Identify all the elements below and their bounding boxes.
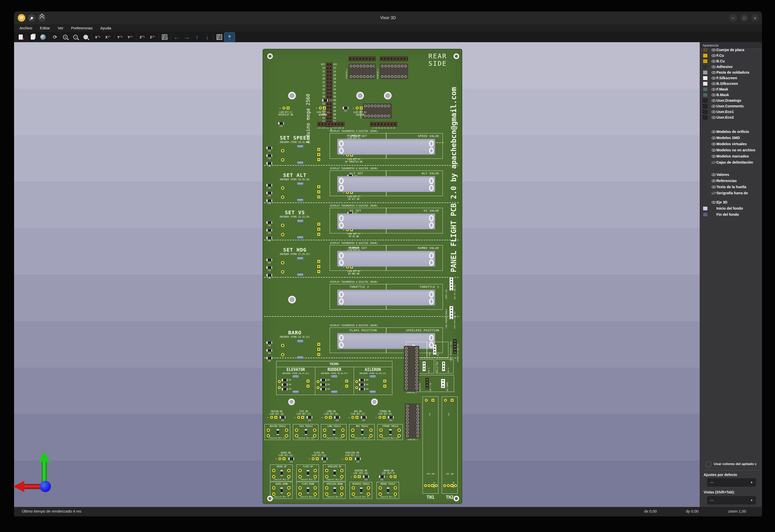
rotate-z-ccw-icon[interactable]: Z↶ bbox=[147, 33, 158, 41]
eye-icon[interactable] bbox=[712, 94, 716, 96]
row-valores[interactable]: Valores bbox=[700, 172, 762, 178]
eye-icon[interactable] bbox=[712, 137, 716, 139]
menu-ayuda[interactable]: Ayuda bbox=[96, 24, 115, 32]
layer-row-drawings[interactable]: User.Drawings bbox=[700, 98, 762, 104]
layer-swatch[interactable] bbox=[703, 98, 708, 103]
row-eje-3d[interactable]: Eje 3D bbox=[700, 200, 762, 205]
layer-row-fmask[interactable]: F.Mask bbox=[700, 87, 762, 92]
flip-board-icon[interactable]: ↪ bbox=[159, 33, 170, 41]
eye-slash-icon[interactable] bbox=[712, 192, 716, 195]
layer-swatch[interactable] bbox=[703, 82, 708, 86]
stackup-colors-checkbox[interactable] bbox=[706, 461, 711, 467]
copy-image-icon[interactable] bbox=[28, 33, 38, 41]
menu-preferencias[interactable]: Preferencias bbox=[67, 24, 96, 32]
eye-icon[interactable] bbox=[712, 82, 716, 85]
color-swatch[interactable] bbox=[703, 212, 708, 217]
row-inicio-fondo[interactable]: Inicio del fondo bbox=[700, 206, 762, 211]
layer-row-bmask[interactable]: B.Mask bbox=[700, 92, 762, 98]
eye-icon[interactable] bbox=[712, 60, 716, 63]
eye-icon[interactable] bbox=[712, 179, 716, 182]
row-cajas-delimitacion[interactable]: Cajas de delimitación bbox=[700, 160, 762, 165]
eye-icon[interactable] bbox=[712, 49, 716, 51]
layer-row-bsilk[interactable]: B.Silkscreen bbox=[700, 81, 762, 87]
row-fin-fondo[interactable]: Fin del fondo bbox=[700, 212, 762, 218]
close-button[interactable]: × bbox=[751, 14, 759, 22]
pan-left-icon[interactable]: ← bbox=[171, 33, 182, 41]
layer-row-adhesivo[interactable]: Adhesivo bbox=[700, 64, 762, 70]
led-flaps: FLAPS ON (LED BIT-12)+255 bbox=[306, 452, 332, 465]
pan-up-icon[interactable]: ↑ bbox=[192, 33, 202, 41]
eye-icon[interactable] bbox=[712, 88, 716, 91]
raytracing-icon[interactable]: ◆⌄ bbox=[225, 33, 235, 41]
layer-swatch[interactable] bbox=[703, 70, 708, 75]
menu-editar[interactable]: Editar bbox=[36, 24, 54, 32]
pad bbox=[435, 484, 438, 487]
layer-swatch[interactable] bbox=[703, 87, 708, 92]
row-texto-huella[interactable]: Texto de la huella bbox=[700, 184, 762, 190]
presets-dropdown[interactable]: ---▼ bbox=[707, 478, 756, 486]
zoom-fit-icon[interactable] bbox=[81, 33, 91, 41]
layer-swatch[interactable] bbox=[703, 115, 708, 120]
rotate-x-cw-icon[interactable]: X↷ bbox=[93, 33, 103, 41]
eye-icon[interactable] bbox=[712, 173, 716, 176]
row-serigrafia-fuera[interactable]: Serigrafía fuera de bbox=[700, 190, 762, 196]
layer-swatch[interactable] bbox=[703, 53, 708, 58]
eye-icon[interactable] bbox=[712, 143, 716, 145]
export-image-icon[interactable]: ▼ bbox=[16, 33, 26, 41]
eye-icon[interactable] bbox=[712, 99, 716, 102]
box-strobe-toggle: STROBE TOGGLE(Switch Bit-12) bbox=[377, 424, 403, 440]
eye-icon[interactable] bbox=[712, 130, 716, 133]
redraw-icon[interactable]: ⟳ bbox=[50, 33, 60, 41]
zoom-out-icon[interactable]: − bbox=[70, 33, 81, 41]
eye-icon[interactable] bbox=[712, 116, 716, 119]
row-modelos-orificio[interactable]: Modelos de orificio bbox=[700, 129, 762, 135]
render-options-icon[interactable] bbox=[38, 33, 48, 41]
rotate-y-ccw-icon[interactable]: Y↶ bbox=[125, 33, 135, 41]
layer-swatch[interactable] bbox=[703, 110, 708, 114]
menu-ver[interactable]: Ver bbox=[54, 24, 67, 32]
layer-row-cuerpo[interactable]: Cuerpo de placa bbox=[700, 47, 762, 53]
eye-icon[interactable] bbox=[712, 155, 716, 158]
layer-row-comments[interactable]: User.Comments bbox=[700, 104, 762, 109]
views-dropdown[interactable]: ---▼ bbox=[707, 496, 756, 504]
layer-row-eco1[interactable]: User.Eco1 bbox=[700, 109, 762, 115]
layer-row-eco2[interactable]: User.Eco2 bbox=[700, 115, 762, 120]
layer-swatch[interactable] bbox=[703, 65, 708, 69]
color-swatch[interactable] bbox=[703, 206, 708, 211]
eye-icon[interactable] bbox=[712, 186, 716, 188]
layer-swatch[interactable] bbox=[703, 104, 708, 108]
eye-icon[interactable] bbox=[712, 71, 716, 74]
ortho-view-icon[interactable] bbox=[214, 33, 225, 41]
eye-icon[interactable] bbox=[712, 77, 716, 80]
eye-icon[interactable] bbox=[712, 105, 716, 108]
layer-swatch[interactable] bbox=[703, 93, 708, 97]
layer-swatch[interactable] bbox=[703, 48, 708, 52]
minimize-button[interactable]: − bbox=[729, 14, 737, 22]
row-modelos-marcados[interactable]: Modelos marcados bbox=[700, 154, 762, 159]
eye-icon[interactable] bbox=[712, 201, 716, 204]
menu-archivo[interactable]: Archivo bbox=[16, 24, 36, 32]
zoom-in-icon[interactable]: + bbox=[60, 33, 70, 41]
layer-row-fsilk[interactable]: F.Silkscreen bbox=[700, 75, 762, 81]
rotate-z-cw-icon[interactable]: Z↷ bbox=[137, 33, 147, 41]
eye-slash-icon[interactable] bbox=[712, 161, 716, 164]
eye-icon[interactable] bbox=[712, 110, 716, 113]
row-modelos-smd[interactable]: Modelos SMD bbox=[700, 135, 762, 141]
row-modelos-virtuales[interactable]: Modelos virtuales bbox=[700, 141, 762, 147]
layer-row-pasta[interactable]: Pasta de soldadura bbox=[700, 70, 762, 75]
layer-row-fcu[interactable]: F.Cu bbox=[700, 53, 762, 59]
layer-swatch[interactable] bbox=[703, 59, 708, 63]
rotate-y-cw-icon[interactable]: Y↷ bbox=[115, 33, 125, 41]
layer-swatch[interactable] bbox=[703, 76, 708, 80]
eye-icon[interactable] bbox=[712, 149, 716, 152]
maximize-button[interactable]: □ bbox=[740, 14, 748, 22]
viewport-3d[interactable]: REAR SIDE PANEL FLIGHT PCB 2.0 by apache… bbox=[14, 42, 700, 507]
eye-icon[interactable] bbox=[712, 54, 716, 57]
pan-right-icon[interactable]: → bbox=[182, 33, 192, 41]
rotate-x-ccw-icon[interactable]: X↶ bbox=[103, 33, 113, 41]
pan-down-icon[interactable]: ↓ bbox=[202, 33, 213, 41]
row-referencias[interactable]: Referencias bbox=[700, 178, 762, 184]
eye-icon[interactable] bbox=[712, 65, 716, 68]
layer-row-bcu[interactable]: B.Cu bbox=[700, 59, 762, 64]
row-modelos-no-archivo[interactable]: Modelos no en archivo bbox=[700, 148, 762, 153]
